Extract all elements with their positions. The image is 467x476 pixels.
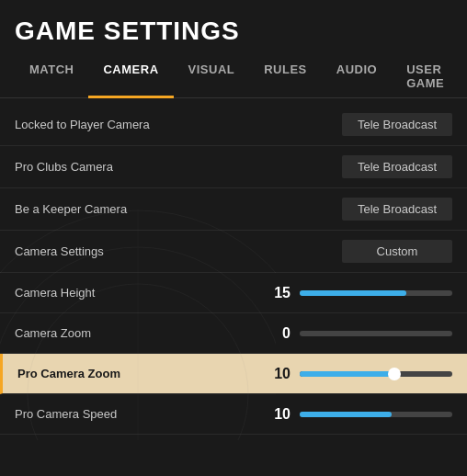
- setting-camera-zoom: Camera Zoom 0: [0, 313, 467, 354]
- setting-pro-camera-zoom: Pro Camera Zoom 10: [0, 354, 467, 394]
- setting-label-camera-height: Camera Height: [15, 286, 268, 300]
- setting-pro-clubs-camera: Pro Clubs Camera Tele Broadcast: [0, 146, 467, 188]
- setting-camera-settings: Camera Settings Custom: [0, 231, 467, 273]
- setting-pro-camera-speed: Pro Camera Speed 10: [0, 394, 467, 435]
- slider-fill-pro-camera-zoom: [300, 371, 394, 377]
- tab-rules[interactable]: RULES: [249, 55, 322, 97]
- setting-value-be-a-keeper[interactable]: Tele Broadcast: [342, 198, 452, 221]
- setting-value-pro-clubs[interactable]: Tele Broadcast: [342, 155, 452, 178]
- slider-track-camera-height[interactable]: [300, 290, 452, 296]
- setting-camera-height: Camera Height 15: [0, 273, 467, 313]
- slider-number-pro-camera-speed: 10: [268, 406, 290, 423]
- settings-list: Locked to Player Camera Tele Broadcast P…: [0, 98, 467, 440]
- slider-pro-camera-zoom[interactable]: 10: [268, 366, 452, 382]
- slider-camera-zoom[interactable]: 0: [268, 325, 452, 342]
- setting-label-camera-settings: Camera Settings: [15, 244, 342, 258]
- slider-track-pro-camera-zoom[interactable]: [300, 371, 452, 377]
- setting-value-camera-settings[interactable]: Custom: [342, 240, 452, 263]
- tab-camera[interactable]: CAMERA: [88, 55, 173, 97]
- setting-label-pro-camera-speed: Pro Camera Speed: [15, 407, 268, 421]
- slider-camera-height[interactable]: 15: [268, 285, 452, 301]
- setting-label-be-a-keeper: Be a Keeper Camera: [15, 202, 342, 216]
- slider-track-camera-zoom[interactable]: [300, 331, 452, 336]
- slider-number-camera-height: 15: [268, 285, 290, 301]
- setting-label-pro-camera-zoom: Pro Camera Zoom: [17, 367, 268, 380]
- slider-thumb-pro-camera-zoom[interactable]: [388, 368, 401, 380]
- setting-locked-to-player: Locked to Player Camera Tele Broadcast: [0, 104, 467, 146]
- page-title: GAME SETTINGS: [0, 0, 467, 55]
- slider-number-pro-camera-zoom: 10: [268, 366, 290, 382]
- slider-fill-camera-height: [300, 290, 406, 296]
- tab-match[interactable]: MATCH: [15, 55, 88, 97]
- tab-user-game[interactable]: USER GAME: [392, 55, 459, 97]
- settings-container: Locked to Player Camera Tele Broadcast P…: [0, 98, 467, 440]
- slider-track-pro-camera-speed[interactable]: [300, 412, 452, 417]
- setting-value-locked-to-player[interactable]: Tele Broadcast: [342, 113, 452, 136]
- tab-audio[interactable]: AUDIO: [322, 55, 392, 97]
- tab-visual[interactable]: VISUAL: [174, 55, 250, 97]
- tabs-bar: MATCH CAMERA VISUAL RULES AUDIO USER GAM…: [0, 55, 467, 98]
- setting-label-pro-clubs: Pro Clubs Camera: [15, 160, 342, 174]
- setting-be-a-keeper: Be a Keeper Camera Tele Broadcast: [0, 188, 467, 231]
- slider-number-camera-zoom: 0: [268, 325, 290, 342]
- setting-label-camera-zoom: Camera Zoom: [15, 326, 268, 340]
- setting-label-locked-to-player: Locked to Player Camera: [15, 118, 342, 131]
- slider-pro-camera-speed[interactable]: 10: [268, 406, 452, 423]
- slider-fill-pro-camera-speed: [300, 412, 392, 417]
